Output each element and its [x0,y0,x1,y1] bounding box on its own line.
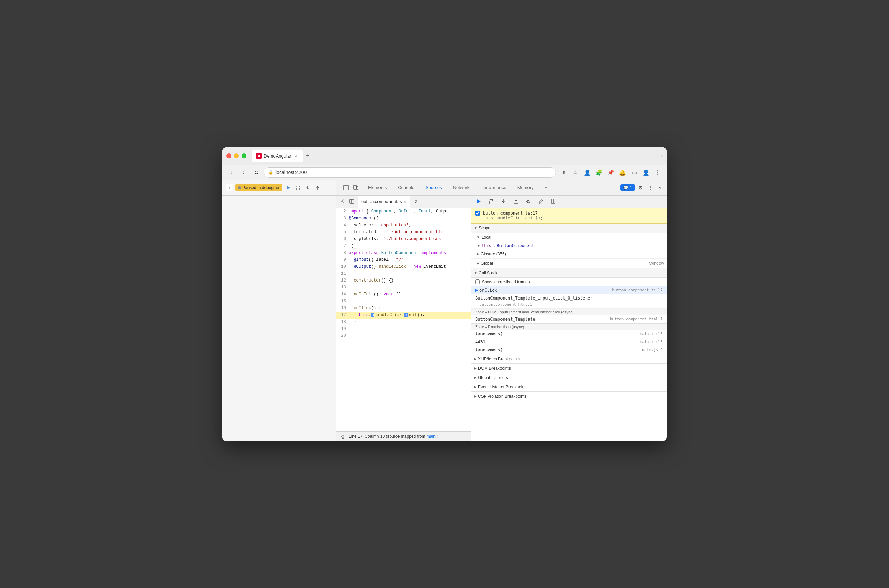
extensions-button[interactable]: 👤 [583,168,592,177]
code-area[interactable]: 2 import { Component, OnInit, Input, Out… [336,208,471,432]
svg-rect-18 [552,199,553,204]
source-nav-button[interactable] [412,198,420,205]
title-bar: A DemoAngular × + › [222,147,667,165]
callstack-name-4431: 4431 [475,340,638,345]
callstack-item-buttoncmpt[interactable]: ButtonComponent_Template button.componen… [471,315,667,323]
maximize-traffic-light[interactable] [242,153,246,158]
forward-button[interactable]: › [239,168,249,177]
devtools-right-actions: 💬 1 ⚙ ⋮ × [620,183,664,192]
share-button[interactable]: ⬆ [559,168,569,177]
code-line-19: 19 } [336,326,471,332]
paused-label: Paused in debugger [242,185,279,190]
bookmark-button[interactable]: ☆ [571,168,580,177]
device-icon[interactable] [351,183,360,192]
active-frame-icon: ▶ [475,288,478,292]
svg-rect-7 [354,185,356,189]
puzzle-button[interactable]: 🧩 [594,168,604,177]
inspect-icon[interactable] [342,183,350,192]
callstack-item-4431[interactable]: 4431 main.ts:13 [471,338,667,346]
badge-count: 1 [630,185,632,190]
back-button[interactable]: ‹ [227,168,236,177]
svg-rect-9 [350,200,354,204]
pin-button[interactable]: 📌 [606,168,616,177]
toolbar-pause-exceptions-button[interactable] [548,196,558,206]
breakpoint-checkbox[interactable] [475,211,480,216]
step-out-button[interactable] [313,183,321,192]
devtools-more-button[interactable]: ⋮ [646,183,654,192]
callstack-item-template[interactable]: ButtonComponent_Template_input_click_0_l… [471,294,667,302]
close-traffic-light[interactable] [227,153,231,158]
new-tab-button[interactable]: + [303,151,313,160]
paused-dot [238,186,241,189]
toolbar-edit-button[interactable] [536,196,546,206]
address-bar[interactable]: 🔒 localhost:4200 [264,167,556,178]
more-button[interactable]: ⋮ [653,168,662,177]
code-line-10: 10 @Output() handleClick = new EventEmit [336,263,471,270]
bell-button[interactable]: 🔔 [618,168,627,177]
debug-toolbar [471,195,667,208]
profile-button[interactable]: 👤 [641,168,651,177]
file-tab[interactable]: button.component.ts × [358,195,410,208]
global-listeners-label: Global Listeners [478,375,508,380]
event-listener-breakpoints-section: ▶ Event Listener Breakpoints [471,382,667,392]
scope-header[interactable]: ▼ Scope [471,224,667,233]
code-line-17: 17 this.hhandleClick.eemit(); [336,312,471,318]
callstack-item-anon1[interactable]: (anonymous) main.ts:15 [471,330,667,338]
source-map-link[interactable]: main.j [426,434,438,439]
callstack-header[interactable]: ▼ Call Stack [471,268,667,278]
resume-button[interactable] [284,183,293,192]
refresh-button[interactable]: ↻ [251,168,261,177]
callstack-item-anon2[interactable]: (anonymous) main.js:2 [471,346,667,354]
global-header[interactable]: ▶ Global Window [471,259,667,268]
xhr-breakpoints-header[interactable]: ▶ XHR/fetch Breakpoints [471,354,667,363]
window-chevron[interactable]: › [661,153,662,159]
tab-elements[interactable]: Elements [363,180,392,195]
scope-key-this: this [482,243,491,248]
code-line-6: 6 styleUrls: ['./button.component.css'] [336,236,471,243]
tab-network[interactable]: Network [448,180,475,195]
closure-title: Closure (355) [481,252,506,256]
callstack-file-anon2: main.js:2 [642,348,662,352]
global-listeners-header[interactable]: ▶ Global Listeners [471,373,667,382]
source-map-icon[interactable]: {} [340,433,346,440]
tab-close-button[interactable]: × [293,153,299,159]
closure-header[interactable]: ▶ Closure (355) [471,249,667,259]
code-line-11: 11 [336,270,471,277]
event-listener-expand-arrow: ▶ [474,385,477,388]
devtools-settings-button[interactable]: ⚙ [636,183,645,192]
global-listeners-expand-arrow: ▶ [474,375,477,380]
file-tab-close[interactable]: × [404,200,406,204]
toolbar-step-back-button[interactable] [524,196,533,206]
tab-console[interactable]: Console [392,180,420,195]
status-bar: {} Line 17, Column 10 (source mapped fro… [336,432,471,441]
minimize-traffic-light[interactable] [234,153,239,158]
csp-violation-breakpoints-label: CSP Violation Breakpoints [478,394,526,399]
source-back-button[interactable] [339,198,347,205]
dom-breakpoints-header[interactable]: ▶ DOM Breakpoints [471,364,667,373]
toolbar-step-into-button[interactable] [499,196,508,206]
sidebar-toggle[interactable]: ▭ [629,168,639,177]
source-tree-button[interactable] [348,198,356,205]
ignore-frames-checkbox[interactable] [475,279,480,284]
tab-sources[interactable]: Sources [420,180,448,195]
tab-performance[interactable]: Performance [475,180,512,195]
toolbar-step-over-button[interactable] [486,196,496,206]
step-over-button[interactable] [294,183,302,192]
toolbar-step-out-button[interactable] [511,196,521,206]
toolbar-resume-button[interactable] [474,196,484,206]
browser-tab[interactable]: A DemoAngular × [252,150,303,162]
tab-more[interactable]: » [539,180,553,195]
svg-marker-11 [477,199,481,204]
left-panel-content [222,195,336,441]
message-badge[interactable]: 💬 1 [620,184,635,191]
tab-memory[interactable]: Memory [512,180,539,195]
add-breakpoint-button[interactable]: + [226,184,233,191]
event-listener-breakpoints-header[interactable]: ▶ Event Listener Breakpoints [471,382,667,392]
local-header[interactable]: ▼ Local [471,233,667,242]
callstack-title: Call Stack [479,270,497,275]
csp-violation-breakpoints-header[interactable]: ▶ CSP Violation Breakpoints [471,392,667,401]
code-line-13: 13 [336,284,471,291]
callstack-item-onclick[interactable]: ▶ onClick button.component.ts:17 [471,286,667,294]
devtools-close-button[interactable]: × [656,183,664,192]
step-into-button[interactable] [303,183,312,192]
